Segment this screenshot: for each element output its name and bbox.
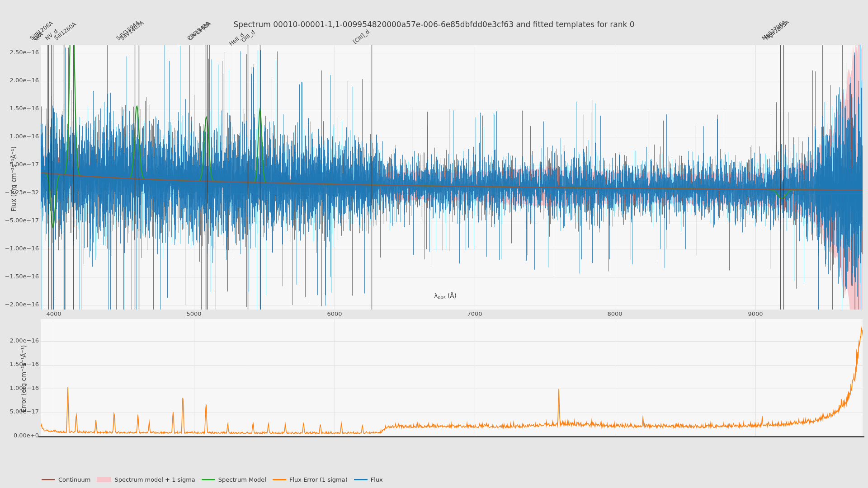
flux-ytick: −1.23e−32	[2, 189, 39, 196]
xtick-7000: 7000	[461, 310, 488, 317]
legend-item-flux: Flux	[354, 476, 383, 483]
legend-label: Spectrum Model	[218, 476, 266, 483]
flux-error-line-swatch	[273, 479, 286, 480]
spectrum-figure: Spectrum 00010-00001-1,1-009954820000a57…	[0, 0, 868, 488]
xtick-6000: 6000	[321, 310, 348, 317]
spectrum-model-line-swatch	[202, 479, 215, 480]
flux-axis-label: Flux (erg cm⁻²s⁻¹Å⁻¹)	[10, 146, 17, 211]
legend-label: Spectrum model + 1 sigma	[114, 476, 195, 483]
flux-ytick: 2.00e−16	[2, 77, 39, 84]
flux-ytick: −5.00e−17	[2, 217, 39, 224]
flux-ytick: 1.00e−16	[2, 133, 39, 140]
flux-ytick: −1.00e−16	[2, 245, 39, 252]
spectrum-plot-canvas	[0, 0, 868, 488]
legend-label: Flux Error (1 sigma)	[289, 476, 348, 483]
legend-label: Flux	[371, 476, 383, 483]
flux-ytick: −1.50e−16	[2, 273, 39, 280]
legend-item-continuum: Continuum	[42, 476, 90, 483]
legend-item-flux-error: Flux Error (1 sigma)	[273, 476, 348, 483]
flux-line-swatch	[354, 479, 368, 480]
flux-ytick: 5.00e−17	[2, 161, 39, 168]
xtick-5000: 5000	[180, 310, 208, 317]
error-ytick: 0.00e+0	[2, 432, 39, 439]
xtick-8000: 8000	[601, 310, 628, 317]
flux-ytick: 1.50e−16	[2, 105, 39, 112]
legend-label: Continuum	[58, 476, 90, 483]
continuum-line-swatch	[42, 479, 55, 480]
sigma-band-swatch	[97, 477, 111, 482]
error-ytick: 2.00e−16	[2, 337, 39, 344]
flux-ytick: 2.50e−16	[2, 49, 39, 56]
xtick-4000: 4000	[40, 310, 67, 317]
legend: Continuum Spectrum model + 1 sigma Spect…	[42, 476, 383, 483]
error-axis-label: Error (erg cm⁻²s⁻¹Å⁻¹)	[20, 345, 27, 413]
xtick-9000: 9000	[742, 310, 769, 317]
legend-item-sigma-band: Spectrum model + 1 sigma	[97, 476, 195, 483]
wavelength-axis-label: λobs (Å)	[434, 292, 457, 300]
flux-ytick: −2.00e−16	[2, 301, 39, 308]
legend-item-spectrum-model: Spectrum Model	[202, 476, 266, 483]
